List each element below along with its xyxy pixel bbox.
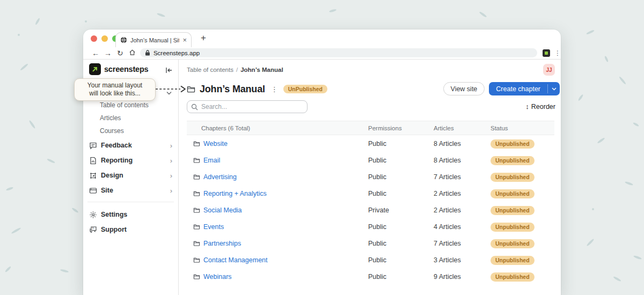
column-header-articles: Articles <box>434 125 491 131</box>
view-site-button[interactable]: View site <box>443 82 485 95</box>
permission-value: Public <box>368 273 434 281</box>
chapter-link[interactable]: Email <box>203 157 220 164</box>
create-chapter-button[interactable]: Create chapter <box>489 82 547 95</box>
chevron-right-icon: › <box>170 157 172 165</box>
permission-value: Public <box>368 157 434 164</box>
sidebar-item-courses[interactable]: Courses <box>100 127 124 135</box>
back-icon[interactable]: ← <box>90 49 102 57</box>
articles-count: 8 Articles <box>434 157 491 164</box>
sidebar-item-label: Feedback <box>101 142 132 149</box>
chapter-link[interactable]: Webinars <box>203 273 232 281</box>
table-row[interactable]: Social Media Private 2 Articles Unpublis… <box>187 202 554 218</box>
reorder-icon: ↕ <box>525 102 529 110</box>
support-chat-icon: ? <box>89 226 97 234</box>
breadcrumb-parent[interactable]: Table of contents <box>187 67 233 73</box>
permission-value: Public <box>368 240 434 247</box>
address-bar[interactable]: Screensteps.app <box>140 48 537 57</box>
tab-close-icon[interactable]: × <box>182 36 187 44</box>
folder-icon <box>193 189 200 198</box>
app-logo[interactable]: screensteps <box>89 63 148 75</box>
table-header: Chapters (6 Total) Permissions Articles … <box>187 121 554 135</box>
articles-count: 7 Articles <box>434 240 491 247</box>
search-icon <box>191 103 198 113</box>
home-icon[interactable] <box>126 49 138 57</box>
site-icon <box>89 187 97 195</box>
sidebar-item-site[interactable]: Site › <box>83 183 179 197</box>
table-row[interactable]: Email Public 8 Articles Unpublished <box>187 152 554 168</box>
breadcrumb: Table of contents/John’s Manual <box>187 67 283 73</box>
folder-icon <box>193 172 200 182</box>
sidebar-item-label: Settings <box>101 211 127 218</box>
table-row[interactable]: Advertising Public 7 Articles Unpublishe… <box>187 168 554 185</box>
table-row[interactable]: Reporting + Analytics Public 2 Articles … <box>187 185 554 202</box>
status-badge: Unpublished <box>491 239 535 248</box>
minimize-window-button[interactable] <box>101 35 108 42</box>
tooltip-connector-arrow <box>155 84 189 94</box>
reload-icon[interactable]: ↻ <box>114 49 126 57</box>
sidebar-item-support[interactable]: ? Support <box>83 223 179 237</box>
tab-strip: John’s Manual | Site | S... × + <box>83 30 561 47</box>
articles-count: 3 Articles <box>434 256 491 264</box>
table-row[interactable]: Events Public 4 Articles Unpublished <box>187 218 554 235</box>
sidebar-item-settings[interactable]: Settings <box>83 208 179 222</box>
status-badge: Unpublished <box>491 272 535 282</box>
new-tab-button[interactable]: + <box>197 33 210 43</box>
folder-icon <box>193 272 200 282</box>
column-header-chapters: Chapters (6 Total) <box>187 125 368 131</box>
table-row[interactable]: Contact Management Public 3 Articles Unp… <box>187 252 554 268</box>
collapse-sidebar-icon[interactable] <box>165 66 173 76</box>
chevron-right-icon: › <box>170 172 172 180</box>
lock-icon <box>145 50 150 56</box>
chapter-link[interactable]: Website <box>203 140 228 148</box>
articles-count: 4 Articles <box>434 223 491 231</box>
status-badge: Unpublished <box>491 223 535 232</box>
chevron-right-icon: › <box>170 187 172 195</box>
sidebar-item-articles[interactable]: Articles <box>100 114 121 122</box>
main-content: Table of contents/John’s Manual JJ John’… <box>179 60 561 295</box>
extension-icon[interactable] <box>543 49 550 57</box>
chapter-link[interactable]: Partnerships <box>203 240 241 247</box>
articles-count: 8 Articles <box>434 140 491 148</box>
sidebar-item-feedback[interactable]: Feedback › <box>83 138 179 152</box>
screensteps-logo-icon <box>89 63 101 75</box>
table-row[interactable]: Website Public 8 Articles Unpublished <box>187 135 554 152</box>
tab-title: John’s Manual | Site | S... <box>130 37 179 43</box>
sidebar-item-design[interactable]: Design › <box>83 168 179 182</box>
close-window-button[interactable] <box>91 35 97 42</box>
search-input[interactable] <box>187 100 308 113</box>
chapter-link[interactable]: Advertising <box>203 173 237 181</box>
folder-icon <box>193 255 200 265</box>
articles-count: 2 Articles <box>434 206 491 214</box>
reorder-button[interactable]: ↕ Reorder <box>525 102 555 110</box>
create-chapter-dropdown-icon[interactable] <box>548 82 560 95</box>
forward-icon[interactable]: → <box>102 49 114 57</box>
sidebar-item-label: Site <box>101 187 113 194</box>
browser-menu-icon[interactable]: ⋮ <box>554 49 561 57</box>
chapter-link[interactable]: Social Media <box>203 206 242 214</box>
folder-icon <box>193 222 200 232</box>
svg-text:?: ? <box>92 227 93 230</box>
status-badge: Unpublished <box>491 189 535 198</box>
permission-value: Public <box>368 190 434 197</box>
title-menu-icon[interactable]: ⋮ <box>271 85 278 93</box>
avatar[interactable]: JJ <box>543 64 555 76</box>
sidebar-item-reporting[interactable]: Reporting › <box>83 153 179 167</box>
page-title: John’s Manual <box>200 84 265 95</box>
breadcrumb-separator: / <box>236 67 238 73</box>
status-badge: Unpublished <box>491 173 535 182</box>
chapter-link[interactable]: Reporting + Analytics <box>203 190 267 197</box>
chapter-link[interactable]: Contact Management <box>203 256 268 264</box>
url-text: Screensteps.app <box>153 50 200 56</box>
browser-toolbar: ← → ↻ Screensteps.app ⋮ <box>83 47 561 59</box>
sidebar-item-label: Reporting <box>101 157 133 164</box>
gear-icon <box>89 211 97 219</box>
table-row[interactable]: Webinars Public 9 Articles Unpublished <box>187 268 554 285</box>
manual-status-badge: UnPublished <box>283 85 327 94</box>
chapter-link[interactable]: Events <box>203 223 224 231</box>
folder-icon <box>193 156 200 165</box>
browser-tab[interactable]: John’s Manual | Site | S... × <box>115 32 192 47</box>
reporting-icon <box>89 157 97 165</box>
table-row[interactable]: Partnerships Public 7 Articles Unpublish… <box>187 235 554 252</box>
sidebar-item-table-of-contents[interactable]: Table of contents <box>100 101 149 109</box>
globe-icon <box>120 36 127 43</box>
